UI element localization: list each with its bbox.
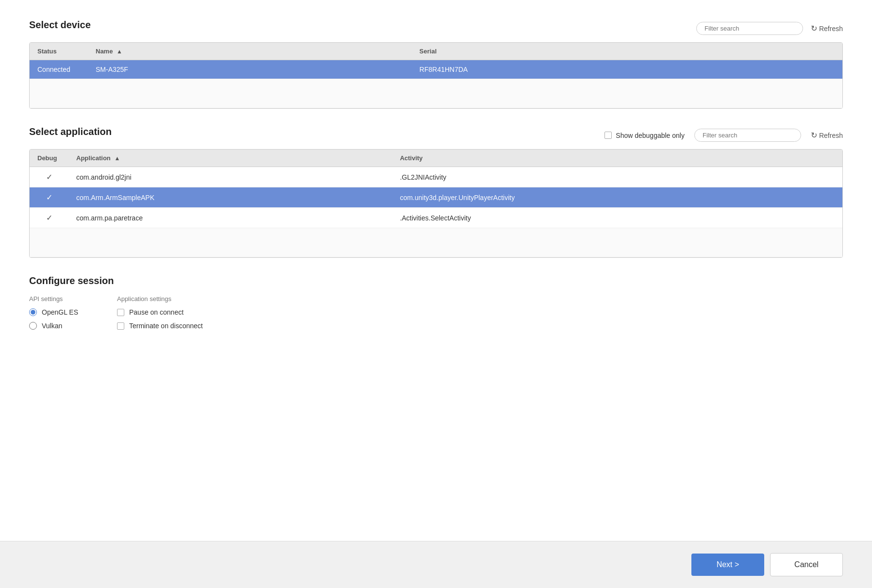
- device-empty-row: [30, 79, 842, 108]
- device-table-header-row: Status Name ▲ Serial: [30, 43, 842, 60]
- app-table-container: Debug Application ▲ Activity ✓ com.andro…: [29, 149, 843, 258]
- checkmark-icon: ✓: [46, 214, 52, 222]
- device-row-status: Connected: [30, 60, 88, 79]
- device-refresh-button[interactable]: ↻ Refresh: [811, 24, 843, 33]
- app-row1-application: com.android.gl2jni: [68, 167, 392, 187]
- api-settings-label: API settings: [29, 295, 78, 302]
- configure-session-title: Configure session: [29, 275, 843, 286]
- device-table-container: Status Name ▲ Serial Connected SM-A325F …: [29, 42, 843, 109]
- select-device-title: Select device: [29, 19, 91, 31]
- device-name-sort-icon: ▲: [117, 48, 122, 55]
- device-table: Status Name ▲ Serial Connected SM-A325F …: [30, 43, 842, 108]
- app-row2-activity: com.unity3d.player.UnityPlayerActivity: [392, 187, 842, 208]
- app-row3-debug: ✓: [30, 208, 68, 228]
- app-row1-debug: ✓: [30, 167, 68, 187]
- app-row2-application: com.Arm.ArmSampleAPK: [68, 187, 392, 208]
- device-row-serial: RF8R41HN7DA: [412, 60, 842, 79]
- radio-vulkan-label[interactable]: Vulkan: [29, 322, 78, 330]
- app-settings-col: Application settings Pause on connect Te…: [117, 295, 203, 330]
- app-table-row[interactable]: ✓ com.arm.pa.paretrace .Activities.Selec…: [30, 208, 842, 228]
- radio-vulkan[interactable]: [29, 322, 37, 330]
- device-col-status: Status: [30, 43, 88, 60]
- device-col-name: Name ▲: [88, 43, 412, 60]
- device-table-row[interactable]: Connected SM-A325F RF8R41HN7DA: [30, 60, 842, 79]
- app-refresh-button[interactable]: ↻ Refresh: [811, 131, 843, 140]
- app-col-debug: Debug: [30, 150, 68, 167]
- app-settings-checkbox-group: Pause on connect Terminate on disconnect: [117, 308, 203, 330]
- device-filter-search[interactable]: [696, 22, 803, 35]
- app-table: Debug Application ▲ Activity ✓ com.andro…: [30, 150, 842, 257]
- app-empty-row: [30, 228, 842, 257]
- cancel-button[interactable]: Cancel: [770, 553, 843, 576]
- radio-opengl[interactable]: [29, 308, 37, 316]
- debuggable-checkbox[interactable]: [604, 132, 612, 139]
- app-refresh-icon: ↻: [811, 131, 817, 140]
- app-row3-activity: .Activities.SelectActivity: [392, 208, 842, 228]
- terminate-on-disconnect-text: Terminate on disconnect: [129, 322, 203, 330]
- debuggable-label-text: Show debuggable only: [616, 132, 685, 139]
- device-refresh-label: Refresh: [819, 25, 843, 33]
- pause-on-connect-text: Pause on connect: [129, 308, 184, 316]
- terminate-on-disconnect-label[interactable]: Terminate on disconnect: [117, 322, 203, 330]
- footer: Next > Cancel: [0, 541, 872, 588]
- app-settings-label: Application settings: [117, 295, 203, 302]
- app-col-activity: Activity: [392, 150, 842, 167]
- next-button[interactable]: Next >: [691, 554, 764, 576]
- app-table-header-row: Debug Application ▲ Activity: [30, 150, 842, 167]
- radio-opengl-label[interactable]: OpenGL ES: [29, 308, 78, 316]
- debuggable-checkbox-label[interactable]: Show debuggable only: [604, 132, 685, 139]
- api-settings-col: API settings OpenGL ES Vulkan: [29, 295, 78, 330]
- select-device-section: Select device ↻ Refresh Status Name ▲ Se…: [29, 19, 843, 109]
- app-name-sort-icon: ▲: [114, 155, 120, 162]
- checkmark-icon: ✓: [46, 173, 52, 181]
- app-row2-debug: ✓: [30, 187, 68, 208]
- app-table-row[interactable]: ✓ com.android.gl2jni .GL2JNIActivity: [30, 167, 842, 187]
- select-application-section: Select application Show debuggable only …: [29, 126, 843, 258]
- app-row1-activity: .GL2JNIActivity: [392, 167, 842, 187]
- device-row-name: SM-A325F: [88, 60, 412, 79]
- app-table-row[interactable]: ✓ com.Arm.ArmSampleAPK com.unity3d.playe…: [30, 187, 842, 208]
- device-col-serial: Serial: [412, 43, 842, 60]
- terminate-on-disconnect-checkbox[interactable]: [117, 322, 124, 330]
- app-refresh-label: Refresh: [819, 132, 843, 139]
- api-settings-radio-group: OpenGL ES Vulkan: [29, 308, 78, 330]
- configure-session-section: Configure session API settings OpenGL ES…: [29, 275, 843, 330]
- radio-vulkan-text: Vulkan: [42, 322, 62, 330]
- pause-on-connect-label[interactable]: Pause on connect: [117, 308, 203, 316]
- checkmark-selected-icon: ✓: [46, 193, 52, 202]
- select-application-title: Select application: [29, 126, 112, 137]
- app-col-application: Application ▲: [68, 150, 392, 167]
- app-row3-application: com.arm.pa.paretrace: [68, 208, 392, 228]
- app-filter-search[interactable]: [694, 129, 801, 142]
- pause-on-connect-checkbox[interactable]: [117, 309, 124, 316]
- device-refresh-icon: ↻: [811, 24, 817, 33]
- radio-opengl-text: OpenGL ES: [42, 308, 78, 316]
